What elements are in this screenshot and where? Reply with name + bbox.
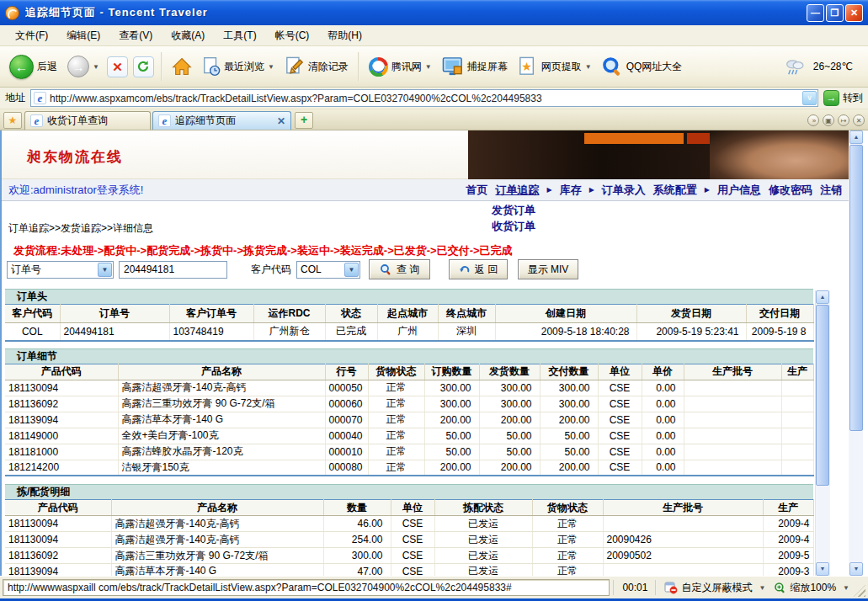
refresh-button[interactable] <box>133 56 154 77</box>
table-row[interactable]: 181181000高露洁蜂胶水晶牙膏-120克000010正常50.0050.0… <box>5 444 813 460</box>
subnav-item-1[interactable]: 收货订单 <box>492 219 535 234</box>
tab-close-icon[interactable]: ✕ <box>277 115 285 127</box>
tab-1[interactable]: e追踪细节页面✕ <box>152 111 291 130</box>
qq-sites-button[interactable]: QQ网址大全 <box>599 55 685 79</box>
table-cell: 高露洁三重功效牙膏 90 G-72支/箱 <box>111 548 323 564</box>
table-cell: 181214200 <box>5 460 118 476</box>
order-no-input[interactable] <box>119 261 227 279</box>
forward-button[interactable]: → ▼ <box>65 54 102 79</box>
table-row[interactable]: 181130094高露洁超强牙膏-140克-高钙46.00CSE已发运正常200… <box>5 516 813 532</box>
resize-grip[interactable] <box>854 585 865 597</box>
home-button[interactable] <box>169 56 194 77</box>
order-track-submenu: 发货订单收货订单 <box>492 203 535 234</box>
new-tab-button[interactable]: + <box>295 112 313 129</box>
nav-item-4[interactable]: 系统配置 <box>653 183 697 198</box>
menu-item-4[interactable]: 工具(T) <box>215 26 264 45</box>
table-row[interactable]: 181139094高露洁草本牙膏-140 G000070正常200.00200.… <box>5 412 813 428</box>
table-row[interactable]: 181136092高露洁三重功效牙膏 90 G-72支/箱000060正常300… <box>5 396 813 412</box>
browser-scrollbar[interactable]: ▲ ▼ <box>849 130 863 576</box>
menu-item-1[interactable]: 编辑(E) <box>58 26 109 45</box>
customer-code-select[interactable]: COL ▼ <box>296 261 360 279</box>
nav-item-1[interactable]: 订单追踪 <box>496 183 540 198</box>
nav-item-0[interactable]: 首页 <box>466 183 488 198</box>
capture-screen-icon <box>442 56 464 77</box>
table-cell: 200.00 <box>540 460 598 476</box>
table-cell <box>781 396 813 412</box>
back-button[interactable]: ← 后退 <box>7 53 60 81</box>
table-row[interactable]: 181214200洁银牙膏150克000080正常200.00200.00200… <box>5 460 813 476</box>
table-row[interactable]: 181149000全效+美白牙膏-100克000040正常50.0050.005… <box>5 428 813 444</box>
chevron-down-icon: ▼ <box>344 263 359 277</box>
scroll-up-icon[interactable]: ▲ <box>849 130 863 144</box>
order-field-select[interactable]: 订单号 ▼ <box>7 261 114 279</box>
scrollbar-thumb[interactable] <box>816 305 829 486</box>
address-field[interactable]: e ∨ <box>30 89 818 107</box>
close-button[interactable]: ✕ <box>845 4 863 22</box>
stop-button[interactable]: ✕ <box>107 56 128 77</box>
table-cell: 2009-5-19 5:23:41 <box>636 323 746 341</box>
nav-item-2[interactable]: 库存 <box>560 183 582 198</box>
menu-item-6[interactable]: 帮助(H) <box>319 26 370 45</box>
extract-button[interactable]: ★ 网页提取 ▼ <box>515 55 594 78</box>
order-header-table: 客户代码订单号客户订单号运作RDC状态起点城市终点城市创建日期发货日期交付日期C… <box>5 304 814 342</box>
pin-icon[interactable]: ↦ <box>838 114 849 126</box>
qq-portal-dropdown-icon[interactable]: ▼ <box>425 63 432 71</box>
minimize-button[interactable]: — <box>807 4 824 22</box>
menu-item-0[interactable]: 文件(F) <box>7 26 56 45</box>
shipping-process-text: 发货流程:未处理->配货中->配货完成->拣货中->拣货完成->装运中->装运完… <box>13 243 513 258</box>
scroll-down-icon[interactable]: ▼ <box>816 562 829 576</box>
favorites-button[interactable]: ★ <box>3 112 22 129</box>
zoom-control[interactable]: 缩放100% ▼ <box>769 581 854 595</box>
table-cell <box>781 380 813 396</box>
show-miv-button[interactable]: 显示 MIV <box>518 259 578 279</box>
table-row[interactable]: 181136092高露洁三重功效牙膏 90 G-72支/箱300.00CSE已发… <box>5 548 813 564</box>
subnav-item-0[interactable]: 发货订单 <box>492 203 535 218</box>
scroll-down-icon[interactable]: ▼ <box>849 562 863 576</box>
zoom-icon <box>774 582 786 594</box>
content-scrollbar[interactable]: ▲ ▼ <box>815 290 830 576</box>
table-cell: 正常 <box>368 460 424 476</box>
restore-panel-icon[interactable]: ▣ <box>823 114 834 126</box>
block-mode-dropdown-icon[interactable]: ▼ <box>759 584 765 592</box>
scroll-up-icon[interactable]: ▲ <box>816 290 829 304</box>
table-cell: 正常 <box>532 548 603 564</box>
block-mode-button[interactable]: 自定义屏蔽模式 ▼ <box>660 581 769 595</box>
table-cell: 200.00 <box>479 412 540 428</box>
scrollbar-thumb[interactable] <box>849 145 863 431</box>
capture-screen-button[interactable]: 捕捉屏幕 <box>439 55 510 78</box>
nav-item-3[interactable]: 订单录入 <box>602 183 646 198</box>
nav-item-7[interactable]: 注销 <box>820 183 842 198</box>
table-cell: CSE <box>391 532 434 548</box>
table-row[interactable]: 181130094高露洁超强牙膏-140克-高钙000050正常300.0030… <box>5 380 813 396</box>
close-tabs-icon[interactable]: ✕ <box>853 114 865 126</box>
table-row[interactable]: 181139094高露洁草本牙膏-140 G47.00CSE已发运正常2009-… <box>5 564 813 577</box>
address-dropdown-button[interactable]: ∨ <box>802 91 817 105</box>
table-row[interactable]: 181130094高露洁超强牙膏-140克-高钙254.00CSE已发运正常20… <box>5 532 813 548</box>
recent-dropdown-icon[interactable]: ▼ <box>268 63 274 71</box>
tab-0[interactable]: e收货订单查询 <box>24 111 151 130</box>
table-cell: CSE <box>598 428 642 444</box>
chevron-double-down-icon[interactable]: » <box>807 114 819 126</box>
nav-item-5[interactable]: 用户信息 <box>717 183 761 198</box>
zoom-dropdown-icon[interactable]: ▼ <box>843 584 849 592</box>
menu-item-5[interactable]: 帐号(C) <box>267 26 318 45</box>
forward-dropdown-icon[interactable]: ▼ <box>93 63 99 71</box>
menu-item-2[interactable]: 查看(V) <box>110 26 161 45</box>
return-button[interactable]: 返 回 <box>449 259 508 279</box>
back-icon: ← <box>9 55 34 79</box>
clear-history-button[interactable]: 清除记录 <box>282 55 351 78</box>
table-cell <box>684 396 781 412</box>
extract-dropdown-icon[interactable]: ▼ <box>585 63 592 71</box>
address-input[interactable] <box>46 93 802 104</box>
nav-item-6[interactable]: 修改密码 <box>769 183 812 198</box>
qq-portal-button[interactable]: 腾讯网 ▼ <box>366 56 434 78</box>
table-row[interactable]: COL204494181103748419广州新仓已完成广州深圳2009-5-1… <box>5 323 813 341</box>
recent-button[interactable]: 最近浏览 ▼ <box>200 55 277 78</box>
menu-item-3[interactable]: 收藏(A) <box>162 26 213 45</box>
go-button[interactable]: → 转到 <box>823 90 863 106</box>
table-cell: 181130094 <box>5 380 118 396</box>
maximize-button[interactable]: ❐ <box>826 4 844 22</box>
title-bar[interactable]: 追踪细节页面 - Tencent Traveler — ❐ ✕ <box>0 0 868 25</box>
query-button[interactable]: 查 询 <box>369 259 430 279</box>
show-miv-label: 显示 MIV <box>528 263 569 277</box>
